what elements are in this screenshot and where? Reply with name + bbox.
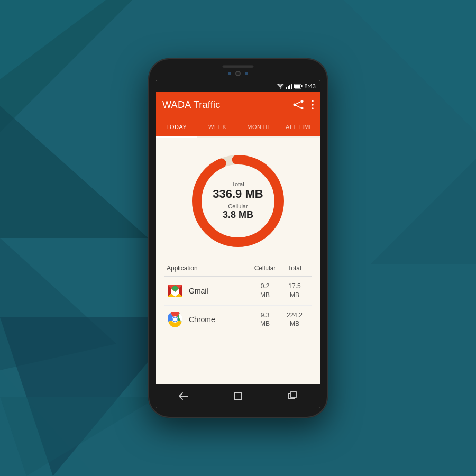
- svg-line-16: [296, 102, 300, 104]
- gmail-icon: [168, 285, 182, 297]
- signal-bars-icon: [286, 84, 292, 89]
- cellular-label: Cellular: [228, 203, 248, 209]
- phone-shell: 8:43 WADA Traffic: [148, 58, 328, 418]
- gmail-icon-wrap: [167, 282, 184, 299]
- svg-rect-11: [301, 85, 302, 87]
- gmail-cellular: 0.2MB: [250, 282, 280, 300]
- app-row-chrome[interactable]: Chrome 9.3MB 224.2MB: [164, 306, 312, 335]
- speaker-grill: [222, 65, 254, 68]
- svg-rect-34: [234, 392, 242, 400]
- col-app-header: Application: [167, 264, 250, 272]
- status-bar: 8:43: [156, 80, 320, 92]
- app-title: WADA Traffic: [162, 99, 221, 111]
- app-bar: WADA Traffic: [156, 92, 320, 117]
- sensor-2: [245, 72, 248, 75]
- recents-button[interactable]: [282, 388, 303, 404]
- svg-point-19: [312, 104, 314, 106]
- svg-point-15: [301, 107, 304, 109]
- tab-bar: TODAY WEEK MONTH ALL TIME: [156, 117, 320, 138]
- app-list-header: Application Cellular Total: [164, 264, 312, 277]
- chrome-app-name: Chrome: [189, 315, 250, 324]
- gmail-app-name: Gmail: [189, 287, 250, 295]
- share-icon[interactable]: [292, 100, 304, 109]
- svg-rect-36: [290, 392, 297, 397]
- donut-center-text: Total 336.9 MB Cellular 3.8 MB: [185, 148, 291, 254]
- battery-icon: [294, 84, 303, 89]
- home-button[interactable]: [227, 388, 249, 404]
- wifi-icon: [277, 84, 284, 89]
- tab-week[interactable]: WEEK: [197, 117, 239, 136]
- app-row-gmail[interactable]: Gmail 0.2MB 17.5MB: [164, 277, 312, 306]
- chrome-icon: [168, 312, 182, 327]
- more-vertical-icon[interactable]: [312, 100, 314, 109]
- svg-line-17: [296, 105, 300, 107]
- col-total-header: Total: [280, 264, 309, 272]
- main-content: Total 336.9 MB Cellular 3.8 MB Applicati…: [156, 138, 320, 384]
- tab-month[interactable]: MONTH: [238, 117, 279, 136]
- status-time: 8:43: [305, 83, 316, 89]
- svg-point-20: [312, 107, 314, 109]
- bottom-nav: [156, 384, 320, 408]
- cellular-value: 3.8 MB: [223, 209, 253, 221]
- svg-point-14: [301, 100, 304, 103]
- chrome-icon-wrap: [167, 311, 184, 328]
- chrome-cellular: 9.3MB: [250, 311, 280, 329]
- app-list: Application Cellular Total: [164, 264, 312, 334]
- svg-rect-12: [295, 85, 300, 88]
- tab-all-time[interactable]: ALL TIME: [279, 117, 321, 136]
- camera-row: [228, 71, 248, 76]
- donut-chart: Total 336.9 MB Cellular 3.8 MB: [185, 148, 291, 254]
- col-cellular-header: Cellular: [250, 264, 280, 272]
- app-bar-actions: [292, 100, 314, 109]
- sensor: [228, 72, 231, 75]
- tab-today[interactable]: TODAY: [156, 117, 197, 136]
- total-value: 336.9 MB: [213, 187, 263, 201]
- back-button[interactable]: [173, 388, 194, 404]
- camera: [235, 71, 241, 76]
- screen: 8:43 WADA Traffic: [156, 80, 320, 408]
- gmail-total: 17.5MB: [280, 282, 309, 300]
- chrome-total: 224.2MB: [280, 311, 309, 329]
- svg-point-13: [294, 104, 296, 106]
- svg-point-32: [173, 318, 177, 322]
- status-icons: 8:43: [277, 83, 316, 89]
- total-label: Total: [232, 181, 244, 187]
- svg-point-18: [312, 100, 314, 102]
